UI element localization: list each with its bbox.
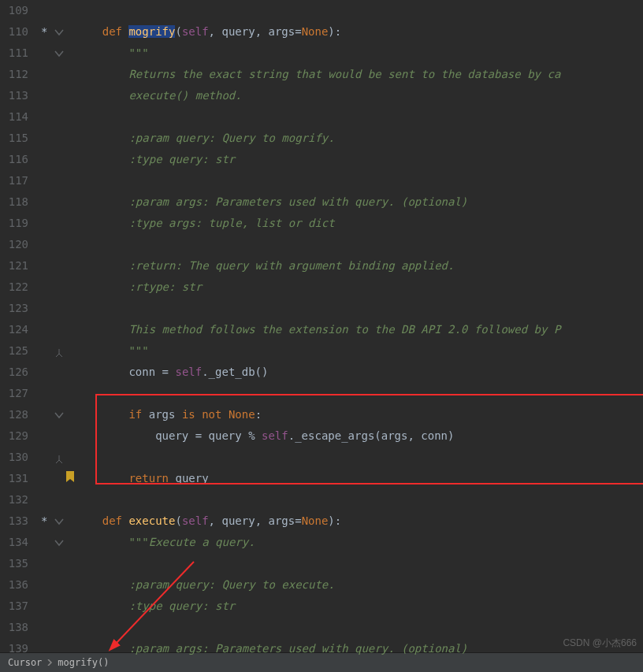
code-line[interactable]: if args is not None:: [76, 404, 643, 425]
code-line[interactable]: def execute(self, query, args=None):: [76, 510, 643, 532]
line-number: 115: [0, 128, 28, 149]
code-line[interactable]: def mogrify(self, query, args=None):: [76, 21, 643, 43]
line-number: 127: [0, 383, 28, 404]
code-line[interactable]: :type query: str: [76, 149, 643, 170]
line-number: 137: [0, 596, 28, 617]
fold-end-icon: [55, 344, 63, 366]
line-number: 136: [0, 574, 28, 596]
line-number: 111: [0, 43, 28, 64]
fold-toggle-icon[interactable]: [52, 536, 66, 550]
code-line[interactable]: :param args: Parameters used with query.…: [76, 638, 643, 659]
line-number: 134: [0, 532, 28, 553]
line-number: 119: [0, 213, 28, 234]
line-number: 122: [0, 277, 28, 298]
code-line[interactable]: :return: The query with argument binding…: [76, 255, 643, 277]
line-number: 123: [0, 298, 28, 319]
line-number: 113: [0, 85, 28, 106]
code-line[interactable]: [76, 617, 643, 638]
code-line[interactable]: [76, 298, 643, 319]
line-number: 110: [0, 21, 28, 43]
line-number: 131: [0, 468, 28, 489]
gutter-marks: **: [36, 0, 76, 652]
line-number: 128: [0, 404, 28, 425]
code-line[interactable]: :type args: tuple, list or dict: [76, 213, 643, 234]
code-line[interactable]: [76, 553, 643, 574]
line-number: 126: [0, 362, 28, 383]
code-line[interactable]: This method follows the extension to the…: [76, 319, 643, 340]
code-line[interactable]: :param query: Query to execute.: [76, 574, 643, 596]
fold-end-icon: [55, 451, 63, 472]
change-marker-icon: *: [41, 21, 47, 43]
code-line[interactable]: [76, 447, 643, 468]
code-line[interactable]: Returns the exact string that would be s…: [76, 64, 643, 85]
fold-toggle-icon[interactable]: [52, 514, 66, 529]
code-area[interactable]: def mogrify(self, query, args=None): """…: [76, 0, 643, 652]
line-number: 139: [0, 638, 28, 659]
code-editor[interactable]: 1091101111121131141151161171181191201211…: [0, 0, 643, 652]
line-number: 120: [0, 234, 28, 255]
line-number: 112: [0, 64, 28, 85]
code-line[interactable]: [76, 170, 643, 191]
line-number: 118: [0, 191, 28, 213]
code-line[interactable]: conn = self._get_db(): [76, 362, 643, 383]
code-line[interactable]: [76, 106, 643, 128]
line-number: 109: [0, 0, 28, 21]
line-number: 138: [0, 617, 28, 638]
line-number: 125: [0, 340, 28, 362]
fold-toggle-icon[interactable]: [52, 46, 66, 61]
breadcrumb-item[interactable]: Cursor: [8, 657, 42, 668]
line-number-gutter[interactable]: 1091101111121131141151161171181191201211…: [0, 0, 36, 652]
code-line[interactable]: """: [76, 340, 643, 362]
line-number: 114: [0, 106, 28, 128]
line-number: 133: [0, 510, 28, 532]
code-line[interactable]: execute() method.: [76, 85, 643, 106]
chevron-right-icon: [46, 657, 53, 668]
code-line[interactable]: [76, 234, 643, 255]
change-marker-icon: *: [41, 510, 47, 532]
code-line[interactable]: [76, 489, 643, 510]
fold-toggle-icon[interactable]: [52, 25, 66, 39]
bookmark-icon[interactable]: [66, 468, 74, 489]
line-number: 116: [0, 149, 28, 170]
code-line[interactable]: :type query: str: [76, 596, 643, 617]
code-line[interactable]: """Execute a query.: [76, 532, 643, 553]
code-line[interactable]: [76, 383, 643, 404]
line-number: 135: [0, 553, 28, 574]
code-line[interactable]: [76, 0, 643, 21]
line-number: 121: [0, 255, 28, 277]
line-number: 130: [0, 447, 28, 468]
code-line[interactable]: return query: [76, 468, 643, 489]
line-number: 117: [0, 170, 28, 191]
fold-toggle-icon[interactable]: [52, 408, 66, 422]
code-line[interactable]: query = query % self._escape_args(args, …: [76, 425, 643, 447]
watermark: CSDN @小杰666: [563, 637, 637, 650]
line-number: 129: [0, 425, 28, 447]
line-number: 124: [0, 319, 28, 340]
code-line[interactable]: """: [76, 43, 643, 64]
code-line[interactable]: :param query: Query to mogrify.: [76, 128, 643, 149]
code-line[interactable]: :rtype: str: [76, 277, 643, 298]
code-line[interactable]: :param args: Parameters used with query.…: [76, 191, 643, 213]
line-number: 132: [0, 489, 28, 510]
